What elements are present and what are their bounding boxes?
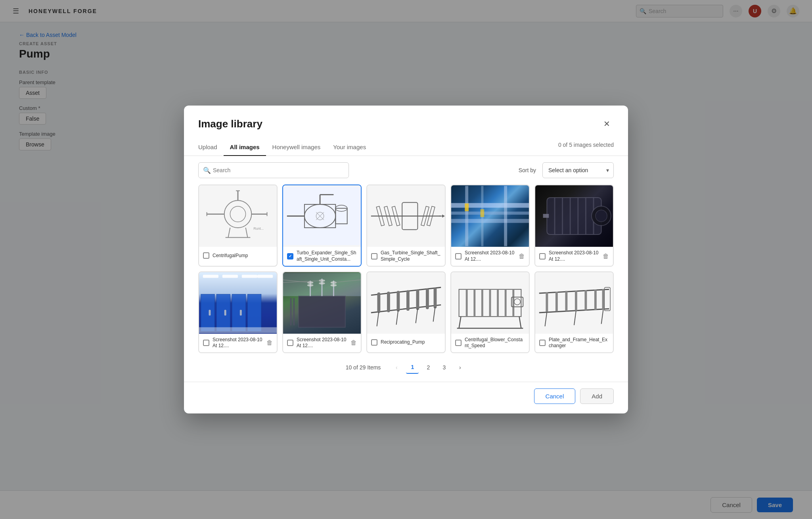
svg-rect-63 (240, 309, 242, 315)
image-name-7: Screenshot 2023-08-10 At 12.... (297, 337, 347, 349)
checkbox-7[interactable] (287, 340, 293, 346)
image-card-8[interactable]: Reciprocating_Pump (366, 271, 446, 353)
image-card-3[interactable]: Gas_Turbine_Single_Shaft_Simple_Cycle (366, 185, 446, 266)
image-card-7[interactable]: Screenshot 2023-08-10 At 12.... 🗑 (282, 271, 362, 353)
checkbox-8[interactable] (371, 339, 377, 346)
centrifugal-pump-drawing: Runt... (199, 185, 277, 247)
tab-upload[interactable]: Upload (198, 139, 224, 156)
checkbox-9[interactable] (455, 340, 462, 346)
modal-header: Image library ✕ (184, 106, 628, 139)
card-footer-6: Screenshot 2023-08-10 At 12.... 🗑 (199, 334, 277, 352)
image-preview-1: Runt... (199, 185, 277, 247)
image-preview-3 (367, 185, 445, 247)
checkbox-1[interactable] (203, 252, 209, 259)
card-footer-9: Centrifugal_Blower_Constant_Speed (451, 334, 529, 352)
sort-select[interactable]: Select an option Name A-Z Name Z-A Newes… (542, 162, 614, 178)
card-footer-2: ✓ Turbo_Expander_Single_Shaft_Single_Uni… (283, 247, 361, 265)
tab-your-images[interactable]: Your images (327, 139, 372, 156)
image-name-2: Turbo_Expander_Single_Shaft_Single_Unit_… (297, 250, 357, 262)
pagination-next[interactable]: › (454, 361, 466, 374)
modal-footer: Cancel Add (184, 382, 628, 413)
image-name-1: CentrifugalPump (213, 253, 273, 259)
add-button[interactable]: Add (580, 388, 614, 404)
image-preview-9 (451, 272, 529, 334)
image-preview-8 (367, 272, 445, 334)
pipes-svg (451, 185, 529, 247)
page-2-button[interactable]: 2 (422, 361, 435, 374)
modal-close-button[interactable]: ✕ (599, 117, 614, 131)
image-name-6: Screenshot 2023-08-10 At 12.... (213, 337, 263, 349)
sort-label: Sort by (519, 167, 536, 173)
svg-rect-66 (299, 296, 345, 327)
card-footer-1: CentrifugalPump (199, 247, 277, 264)
svg-rect-53 (203, 275, 218, 278)
image-card-4[interactable]: Screenshot 2023-08-10 At 12.... 🗑 (450, 185, 530, 266)
centrifugal-blower-drawing (451, 272, 529, 334)
image-card-1[interactable]: Runt... CentrifugalPump (198, 185, 278, 266)
svg-rect-56 (257, 275, 273, 278)
svg-rect-60 (248, 294, 261, 331)
image-card-6[interactable]: Screenshot 2023-08-10 At 12.... 🗑 (198, 271, 278, 353)
pagination-info: 10 of 29 Items (346, 364, 381, 371)
svg-rect-54 (222, 275, 238, 278)
svg-rect-41 (465, 204, 469, 211)
svg-rect-34 (451, 186, 529, 246)
delete-icon-6[interactable]: 🗑 (266, 339, 273, 346)
card-footer-3: Gas_Turbine_Single_Shaft_Simple_Cycle (367, 247, 445, 265)
page-3-button[interactable]: 3 (438, 361, 450, 374)
image-name-4: Screenshot 2023-08-10 At 12.... (465, 250, 515, 262)
svg-point-71 (307, 284, 314, 286)
motor-svg (535, 185, 613, 247)
image-card-2[interactable]: ✓ Turbo_Expander_Single_Shaft_Single_Uni… (282, 185, 362, 266)
page-1-button[interactable]: 1 (406, 361, 419, 374)
delete-icon-4[interactable]: 🗑 (519, 253, 525, 260)
image-name-9: Centrifugal_Blower_Constant_Speed (465, 337, 525, 349)
delete-icon-5[interactable]: 🗑 (603, 253, 609, 260)
checkbox-6[interactable] (203, 340, 209, 346)
image-card-5[interactable]: Screenshot 2023-08-10 At 12.... 🗑 (534, 185, 614, 266)
checkbox-4[interactable] (455, 253, 462, 260)
checkbox-3[interactable] (371, 253, 377, 260)
card-footer-7: Screenshot 2023-08-10 At 12.... 🗑 (283, 334, 361, 352)
tab-honeywell-images[interactable]: Honeywell images (266, 139, 327, 156)
svg-rect-57 (201, 294, 214, 331)
search-icon: 🔍 (203, 167, 211, 174)
image-grid: Runt... CentrifugalPump (198, 185, 614, 353)
svg-rect-55 (242, 275, 257, 278)
svg-point-75 (331, 284, 337, 286)
svg-point-73 (319, 282, 325, 284)
checkbox-5[interactable] (539, 253, 546, 260)
image-preview-6 (199, 272, 277, 334)
heat-exchanger-drawing (535, 272, 613, 334)
card-footer-8: Reciprocating_Pump (367, 334, 445, 351)
cancel-button[interactable]: Cancel (534, 388, 576, 404)
image-preview-2 (283, 185, 361, 247)
card-footer-10: Plate_and_Frame_Heat_Exchanger (535, 334, 613, 352)
svg-rect-62 (224, 309, 226, 315)
checkbox-10[interactable] (539, 340, 546, 346)
image-card-9[interactable]: Centrifugal_Blower_Constant_Speed (450, 271, 530, 353)
svg-rect-42 (481, 210, 485, 217)
svg-rect-52 (543, 214, 549, 218)
turbo-expander-drawing (283, 185, 361, 247)
search-wrapper: 🔍 (198, 162, 349, 178)
selection-count: 0 of 5 images selected (558, 142, 614, 153)
modal-body: Runt... CentrifugalPump (184, 185, 628, 353)
cleanroom-svg (199, 272, 277, 334)
image-card-10[interactable]: Plate_and_Frame_Heat_Exchanger (534, 271, 614, 353)
image-preview-10 (535, 272, 613, 334)
image-preview-5 (535, 185, 613, 247)
search-input[interactable] (198, 162, 349, 178)
pagination: 10 of 29 Items ‹ 1 2 3 › (184, 353, 628, 382)
pagination-prev[interactable]: ‹ (390, 361, 403, 374)
transformer-svg (283, 272, 361, 334)
tab-all-images[interactable]: All images (224, 139, 266, 156)
card-footer-5: Screenshot 2023-08-10 At 12.... 🗑 (535, 247, 613, 265)
sort-select-wrapper: Select an option Name A-Z Name Z-A Newes… (542, 162, 614, 178)
svg-rect-64 (199, 327, 277, 333)
image-name-10: Plate_and_Frame_Heat_Exchanger (549, 337, 609, 349)
delete-icon-7[interactable]: 🗑 (350, 339, 357, 346)
svg-text:Runt...: Runt... (253, 227, 264, 231)
checkbox-2[interactable]: ✓ (287, 253, 293, 260)
image-preview-7 (283, 272, 361, 334)
